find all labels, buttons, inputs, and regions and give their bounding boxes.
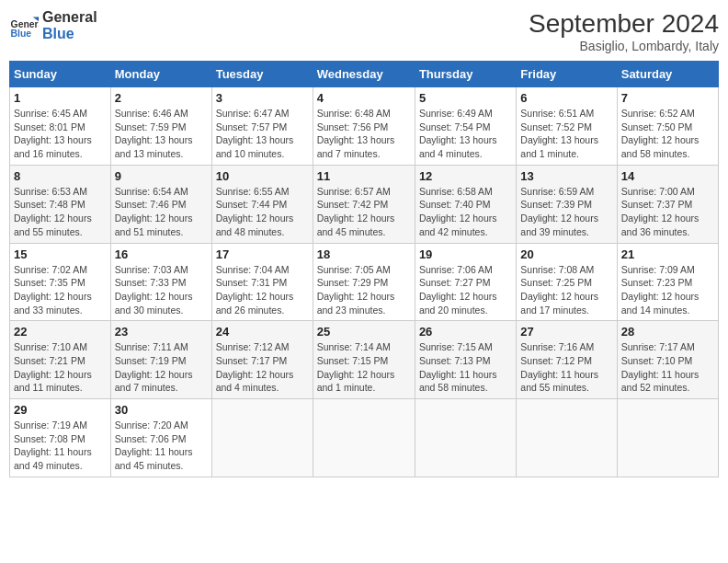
day-number: 19 [419,247,512,261]
location-subtitle: Basiglio, Lombardy, Italy [529,39,719,53]
day-number: 27 [520,325,612,339]
day-detail: Sunrise: 6:51 AM Sunset: 7:52 PM Dayligh… [520,107,612,161]
svg-text:Blue: Blue [11,29,32,39]
col-header-saturday: Saturday [617,62,718,87]
day-number: 1 [14,91,107,105]
day-number: 16 [115,247,208,261]
logo-icon: General Blue [9,11,39,40]
calendar-cell: 10Sunrise: 6:55 AM Sunset: 7:44 PM Dayli… [211,165,313,243]
calendar-cell: 8Sunrise: 6:53 AM Sunset: 7:48 PM Daylig… [10,165,111,243]
calendar-cell: 19Sunrise: 7:06 AM Sunset: 7:27 PM Dayli… [415,243,516,321]
day-detail: Sunrise: 7:03 AM Sunset: 7:33 PM Dayligh… [115,263,208,317]
calendar-table: SundayMondayTuesdayWednesdayThursdayFrid… [9,61,719,477]
col-header-thursday: Thursday [415,62,516,87]
day-detail: Sunrise: 7:17 AM Sunset: 7:10 PM Dayligh… [621,340,714,395]
day-number: 15 [14,247,107,261]
day-number: 25 [317,325,411,339]
title-block: September 2024 Basiglio, Lombardy, Italy [529,9,719,53]
calendar-cell: 26Sunrise: 7:15 AM Sunset: 7:13 PM Dayli… [415,321,516,399]
month-title: September 2024 [529,9,719,39]
calendar-cell: 5Sunrise: 6:49 AM Sunset: 7:54 PM Daylig… [415,87,516,166]
day-detail: Sunrise: 7:16 AM Sunset: 7:12 PM Dayligh… [520,340,612,395]
day-detail: Sunrise: 7:12 AM Sunset: 7:17 PM Dayligh… [216,340,309,395]
calendar-cell: 17Sunrise: 7:04 AM Sunset: 7:31 PM Dayli… [211,243,313,321]
day-number: 21 [621,247,714,261]
calendar-cell [617,399,718,477]
day-detail: Sunrise: 6:57 AM Sunset: 7:42 PM Dayligh… [317,185,411,239]
day-detail: Sunrise: 6:54 AM Sunset: 7:46 PM Dayligh… [115,185,208,239]
day-number: 9 [115,169,208,183]
day-number: 12 [419,169,512,183]
col-header-wednesday: Wednesday [313,62,415,87]
col-header-friday: Friday [517,62,617,87]
day-number: 14 [621,169,714,183]
day-number: 28 [621,325,714,339]
day-detail: Sunrise: 7:08 AM Sunset: 7:25 PM Dayligh… [520,263,612,317]
day-detail: Sunrise: 7:14 AM Sunset: 7:15 PM Dayligh… [317,340,411,395]
calendar-cell: 12Sunrise: 6:58 AM Sunset: 7:40 PM Dayli… [415,165,516,243]
calendar-cell: 24Sunrise: 7:12 AM Sunset: 7:17 PM Dayli… [211,321,313,399]
calendar-cell: 29Sunrise: 7:19 AM Sunset: 7:08 PM Dayli… [10,399,111,477]
logo-line2: Blue [42,26,97,42]
day-detail: Sunrise: 7:00 AM Sunset: 7:37 PM Dayligh… [621,185,714,239]
day-number: 10 [216,169,309,183]
calendar-cell [313,399,415,477]
calendar-cell: 13Sunrise: 6:59 AM Sunset: 7:39 PM Dayli… [517,165,617,243]
day-detail: Sunrise: 7:20 AM Sunset: 7:06 PM Dayligh… [115,419,208,473]
day-detail: Sunrise: 6:46 AM Sunset: 7:59 PM Dayligh… [115,107,208,161]
day-number: 17 [216,247,309,261]
day-number: 5 [419,91,512,105]
day-number: 4 [317,91,411,105]
day-detail: Sunrise: 7:05 AM Sunset: 7:29 PM Dayligh… [317,263,411,317]
calendar-cell: 2Sunrise: 6:46 AM Sunset: 7:59 PM Daylig… [110,87,211,166]
svg-text:General: General [11,18,39,29]
calendar-cell: 11Sunrise: 6:57 AM Sunset: 7:42 PM Dayli… [313,165,415,243]
page-header: General Blue General Blue September 2024… [9,9,719,53]
day-detail: Sunrise: 6:49 AM Sunset: 7:54 PM Dayligh… [419,107,512,161]
calendar-cell [211,399,313,477]
day-number: 30 [115,403,208,417]
day-number: 29 [14,403,107,417]
day-number: 13 [520,169,612,183]
calendar-cell: 6Sunrise: 6:51 AM Sunset: 7:52 PM Daylig… [517,87,617,166]
logo: General Blue General Blue [9,9,97,41]
day-detail: Sunrise: 7:15 AM Sunset: 7:13 PM Dayligh… [419,340,512,395]
calendar-cell: 3Sunrise: 6:47 AM Sunset: 7:57 PM Daylig… [211,87,313,166]
col-header-monday: Monday [110,62,211,87]
day-detail: Sunrise: 6:52 AM Sunset: 7:50 PM Dayligh… [621,107,714,161]
calendar-cell: 15Sunrise: 7:02 AM Sunset: 7:35 PM Dayli… [10,243,111,321]
calendar-cell: 23Sunrise: 7:11 AM Sunset: 7:19 PM Dayli… [110,321,211,399]
calendar-cell: 20Sunrise: 7:08 AM Sunset: 7:25 PM Dayli… [517,243,617,321]
day-detail: Sunrise: 6:45 AM Sunset: 8:01 PM Dayligh… [14,107,107,161]
col-header-sunday: Sunday [10,62,111,87]
calendar-cell: 30Sunrise: 7:20 AM Sunset: 7:06 PM Dayli… [110,399,211,477]
day-number: 8 [14,169,107,183]
day-number: 22 [14,325,107,339]
calendar-cell: 14Sunrise: 7:00 AM Sunset: 7:37 PM Dayli… [617,165,718,243]
day-number: 24 [216,325,309,339]
day-number: 3 [216,91,309,105]
day-detail: Sunrise: 6:48 AM Sunset: 7:56 PM Dayligh… [317,107,411,161]
calendar-cell: 22Sunrise: 7:10 AM Sunset: 7:21 PM Dayli… [10,321,111,399]
day-detail: Sunrise: 6:59 AM Sunset: 7:39 PM Dayligh… [520,185,612,239]
col-header-tuesday: Tuesday [211,62,313,87]
calendar-cell: 1Sunrise: 6:45 AM Sunset: 8:01 PM Daylig… [10,87,111,166]
calendar-cell: 21Sunrise: 7:09 AM Sunset: 7:23 PM Dayli… [617,243,718,321]
day-detail: Sunrise: 6:58 AM Sunset: 7:40 PM Dayligh… [419,185,512,239]
calendar-cell [517,399,617,477]
day-detail: Sunrise: 7:02 AM Sunset: 7:35 PM Dayligh… [14,263,107,317]
day-detail: Sunrise: 7:19 AM Sunset: 7:08 PM Dayligh… [14,419,107,473]
day-detail: Sunrise: 6:47 AM Sunset: 7:57 PM Dayligh… [216,107,309,161]
day-detail: Sunrise: 7:06 AM Sunset: 7:27 PM Dayligh… [419,263,512,317]
calendar-cell: 4Sunrise: 6:48 AM Sunset: 7:56 PM Daylig… [313,87,415,166]
logo-line1: General [42,9,97,26]
calendar-cell: 7Sunrise: 6:52 AM Sunset: 7:50 PM Daylig… [617,87,718,166]
day-number: 18 [317,247,411,261]
calendar-cell: 18Sunrise: 7:05 AM Sunset: 7:29 PM Dayli… [313,243,415,321]
day-detail: Sunrise: 6:55 AM Sunset: 7:44 PM Dayligh… [216,185,309,239]
day-detail: Sunrise: 6:53 AM Sunset: 7:48 PM Dayligh… [14,185,107,239]
day-number: 2 [115,91,208,105]
calendar-cell: 9Sunrise: 6:54 AM Sunset: 7:46 PM Daylig… [110,165,211,243]
day-number: 20 [520,247,612,261]
day-number: 26 [419,325,512,339]
